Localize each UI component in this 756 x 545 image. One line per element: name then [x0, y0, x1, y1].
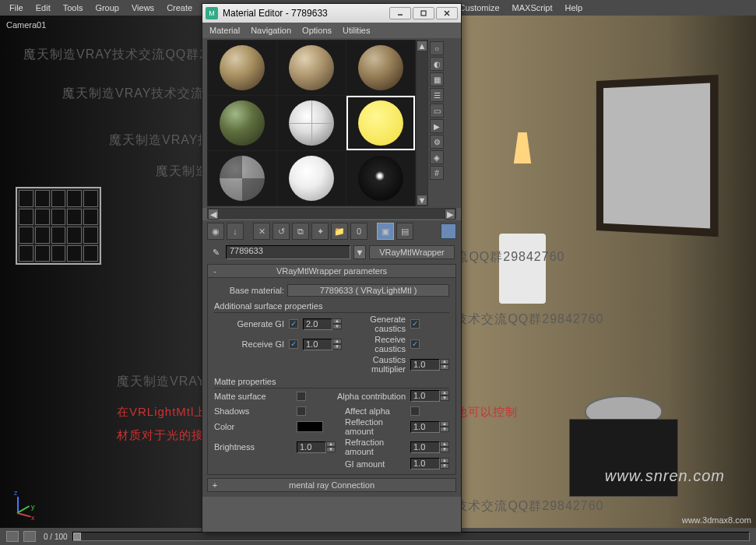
make-copy-icon[interactable]: ⧉ — [292, 223, 309, 240]
sample-scrollbar-v[interactable]: ▲ ▼ — [416, 40, 428, 206]
sample-slot[interactable] — [208, 151, 276, 206]
menu-views[interactable]: Views — [125, 2, 160, 14]
put-library-icon[interactable]: 📁 — [331, 223, 348, 240]
timeline-prev-icon[interactable] — [6, 531, 19, 542]
maximize-button[interactable] — [413, 7, 434, 19]
minimize-button[interactable] — [389, 7, 411, 19]
affect-alpha-label: Affect alpha — [345, 406, 406, 416]
menu-navigation[interactable]: Navigation — [245, 24, 297, 37]
generate-gi-checkbox[interactable]: ✓ — [289, 319, 298, 329]
timeline-next-icon[interactable] — [23, 531, 36, 542]
expand-icon[interactable]: + — [208, 480, 222, 490]
backlight-icon[interactable]: ◐ — [430, 57, 444, 71]
video-check-icon[interactable]: ▭ — [430, 104, 444, 118]
show-in-viewport-icon[interactable]: ▣ — [377, 223, 394, 240]
timeline-track[interactable] — [72, 532, 750, 541]
shadows-checkbox[interactable] — [297, 406, 306, 416]
titlebar[interactable]: M Material Editor - 7789633 — [202, 4, 461, 23]
sample-grid — [207, 40, 416, 206]
rollout-title: mental ray Connection — [222, 480, 455, 490]
scroll-left-icon[interactable]: ◀ — [208, 209, 219, 220]
material-editor-window[interactable]: M Material Editor - 7789633 Material Nav… — [202, 3, 462, 533]
rollout-header[interactable]: - VRayMtlWrapper parameters — [207, 264, 456, 278]
menu-file[interactable]: File — [3, 2, 30, 14]
menu-tools[interactable]: Tools — [57, 2, 90, 14]
sample-slot[interactable] — [277, 96, 346, 150]
name-dropdown-icon[interactable]: ▼ — [353, 245, 366, 259]
material-type-button[interactable]: VRayMtlWrapper — [369, 245, 455, 259]
sample-slot[interactable] — [277, 151, 346, 206]
sample-side-toolbar: ○ ◐ ▦ ☰ ▭ ▶ ⚙ ◈ # — [428, 40, 445, 206]
eyedropper-icon[interactable]: ✎ — [209, 245, 223, 259]
scroll-down-icon[interactable]: ▼ — [417, 195, 427, 206]
rollout-header[interactable]: + mental ray Connection — [207, 478, 456, 492]
scene-window — [16, 187, 101, 265]
show-end-result-icon[interactable]: ▤ — [396, 223, 413, 240]
menu-group[interactable]: Group — [89, 2, 125, 14]
generate-gi-spinner[interactable]: 2.0▲▼ — [303, 318, 342, 330]
rollouts-area: - VRayMtlWrapper parameters Base materia… — [202, 262, 461, 497]
base-material-button[interactable]: 7789633 ( VRayLightMtl ) — [287, 284, 449, 297]
sample-type-icon[interactable]: ○ — [430, 41, 444, 55]
caustics-multiplier-label: Caustics multiplier — [346, 355, 406, 374]
menu-help[interactable]: Help — [559, 2, 589, 14]
close-button[interactable] — [436, 7, 458, 19]
collapse-icon[interactable]: - — [208, 266, 222, 276]
gi-amount-spinner[interactable]: 1.0▲▼ — [410, 458, 449, 469]
receive-caustics-checkbox[interactable]: ✓ — [410, 339, 420, 349]
material-editor-menubar[interactable]: Material Navigation Options Utilities — [202, 23, 461, 38]
scene-lamp — [507, 132, 538, 179]
sample-slot[interactable] — [346, 40, 415, 95]
material-toolbar: ◉ ↓ ✕ ↺ ⧉ ✦ 📁 0 ▣ ▤ — [202, 220, 461, 242]
put-to-scene-icon[interactable]: ↓ — [227, 223, 244, 240]
sample-slot[interactable] — [346, 151, 415, 206]
generate-gi-label: Generate GI — [214, 319, 284, 329]
alpha-contribution-spinner[interactable]: 1.0▲▼ — [410, 390, 449, 402]
material-name-input[interactable]: 7789633 — [226, 245, 350, 259]
sample-slot-selected[interactable] — [346, 96, 415, 150]
color-swatch[interactable] — [297, 421, 323, 432]
menu-options[interactable]: Options — [297, 24, 337, 37]
get-material-icon[interactable]: ◉ — [207, 223, 224, 240]
menu-edit[interactable]: Edit — [30, 2, 57, 14]
make-preview-icon[interactable]: ▶ — [430, 119, 444, 133]
matte-surface-label: Matte surface — [214, 392, 292, 401]
sample-slot[interactable] — [208, 40, 276, 95]
receive-gi-spinner[interactable]: 1.0▲▼ — [303, 339, 342, 350]
go-to-parent-icon[interactable] — [441, 223, 456, 239]
menu-create[interactable]: Create — [160, 2, 199, 14]
select-by-mat-icon[interactable]: ◈ — [430, 150, 444, 164]
sample-uv-icon[interactable]: ☰ — [430, 88, 444, 102]
menu-material[interactable]: Material — [204, 24, 245, 37]
additional-props-label: Additional surface properties — [214, 301, 449, 313]
generate-caustics-checkbox[interactable]: ✓ — [410, 319, 420, 329]
refraction-amount-spinner[interactable]: 1.0▲▼ — [410, 441, 449, 453]
caustics-multiplier-spinner[interactable]: 1.0▲▼ — [410, 359, 449, 371]
matid-icon[interactable]: # — [430, 166, 444, 180]
reflection-amount-spinner[interactable]: 1.0▲▼ — [410, 421, 449, 433]
scroll-up-icon[interactable]: ▲ — [417, 40, 427, 51]
menu-utilities[interactable]: Utilities — [337, 24, 375, 37]
sample-slot[interactable] — [208, 96, 276, 150]
assign-to-selection-icon[interactable]: ✕ — [253, 223, 270, 240]
matte-surface-checkbox[interactable] — [297, 392, 306, 401]
make-unique-icon[interactable]: ✦ — [311, 223, 329, 240]
footer-credit: www.3dmax8.com — [682, 515, 751, 525]
sample-scrollbar-h[interactable]: ◀ ▶ — [207, 208, 456, 219]
viewport-label: Camera01 — [6, 20, 46, 30]
receive-gi-checkbox[interactable]: ✓ — [289, 339, 298, 349]
reset-map-icon[interactable]: ↺ — [273, 223, 290, 240]
frame-counter: 0 / 100 — [44, 533, 68, 541]
affect-alpha-checkbox[interactable] — [410, 406, 420, 416]
menu-maxscript[interactable]: MAXScript — [506, 2, 559, 14]
matid-channel-icon[interactable]: 0 — [350, 223, 367, 240]
brightness-spinner[interactable]: 1.0▲▼ — [297, 441, 336, 453]
reflection-amount-label: Reflection amount — [345, 417, 406, 436]
scroll-right-icon[interactable]: ▶ — [445, 209, 455, 220]
generate-caustics-label: Generate caustics — [346, 315, 406, 333]
options-icon[interactable]: ⚙ — [430, 135, 444, 149]
material-name-row: ✎ 7789633 ▼ VRayMtlWrapper — [202, 242, 461, 262]
receive-caustics-label: Receive caustics — [346, 335, 406, 353]
sample-slot[interactable] — [277, 40, 346, 95]
background-icon[interactable]: ▦ — [430, 72, 444, 86]
